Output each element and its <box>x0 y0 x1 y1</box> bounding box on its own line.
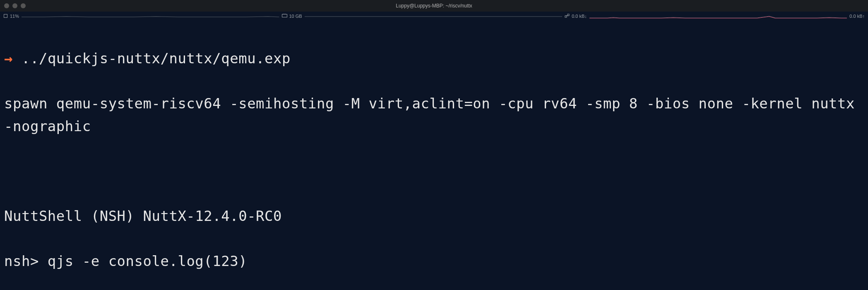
window-title: Luppy@Luppys-MBP: ~/riscv/nuttx <box>396 3 472 9</box>
network-status: 0.0 kB↓ <box>565 14 587 19</box>
svg-rect-1 <box>282 14 287 17</box>
nsh-command-line: nsh> qjs -e console.log(123) <box>4 250 864 272</box>
net-up-status: 0.0 kB↑ <box>849 14 865 19</box>
memory-icon <box>282 14 287 19</box>
cpu-icon <box>3 14 8 19</box>
nsh-command: qjs -e console.log(123) <box>48 253 247 269</box>
command-line: → ../quickjs-nuttx/nuttx/qemu.exp <box>4 47 864 70</box>
cpu-sparkline <box>22 13 279 19</box>
net-down: 0.0 kB↓ <box>572 14 587 19</box>
command-text: ../quickjs-nuttx/nuttx/qemu.exp <box>22 50 291 67</box>
memory-value: 10 GB <box>289 14 302 19</box>
cpu-status: 11% <box>3 14 19 19</box>
svg-rect-6 <box>567 14 569 16</box>
minimize-icon[interactable] <box>12 3 17 8</box>
svg-rect-5 <box>565 16 567 17</box>
status-bar: 11% 10 GB 0.0 kB↓ 0.0 kB↑ <box>0 12 868 21</box>
net-up: 0.0 kB↑ <box>849 14 865 19</box>
network-icon <box>565 14 570 19</box>
network-sparkline <box>589 13 847 19</box>
titlebar: Luppy@Luppys-MBP: ~/riscv/nuttx <box>0 0 868 12</box>
blank-line <box>4 160 864 182</box>
memory-status: 10 GB <box>282 14 302 19</box>
zoom-icon[interactable] <box>21 3 26 8</box>
terminal-output[interactable]: → ../quickjs-nuttx/nuttx/qemu.exp spawn … <box>0 21 868 290</box>
shell-banner: NuttShell (NSH) NuttX-12.4.0-RC0 <box>4 205 864 227</box>
nsh-prompt: nsh> <box>4 253 48 269</box>
cpu-percent: 11% <box>10 14 19 19</box>
window-controls <box>4 3 26 8</box>
spawn-output: spawn qemu-system-riscv64 -semihosting -… <box>4 92 864 137</box>
prompt-arrow-icon: → <box>4 50 13 67</box>
svg-rect-0 <box>4 14 7 17</box>
memory-sparkline <box>305 13 562 19</box>
close-icon[interactable] <box>4 3 9 8</box>
